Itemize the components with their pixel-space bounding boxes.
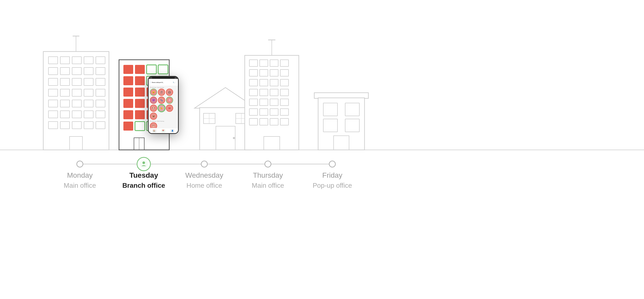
phone-mockup: 9:41 ●●● ‹ Demo tailspot N... 🔍⋮ 25 aanw…: [148, 76, 179, 134]
svg-rect-68: [200, 108, 251, 150]
svg-rect-42: [135, 65, 145, 74]
day-monday-location: Main office: [64, 182, 96, 190]
avatar-1: 🐱: [150, 89, 157, 96]
svg-rect-46: [135, 76, 145, 85]
svg-rect-53: [123, 99, 133, 108]
timeline-dot-monday[interactable]: [77, 161, 83, 167]
svg-rect-58: [135, 110, 145, 119]
svg-marker-109: [314, 93, 368, 98]
day-tuesday-name: Tuesday: [122, 171, 165, 180]
avatar-9: 🎀: [166, 105, 173, 112]
svg-point-70: [233, 137, 235, 139]
avatar-7: 🐶: [150, 105, 157, 112]
svg-rect-3: [43, 52, 109, 150]
svg-point-118: [142, 161, 145, 164]
svg-rect-110: [318, 98, 365, 150]
phone-title: Demo tailspot N...: [152, 82, 172, 83]
phone-nav: 🏠 📅 👤: [149, 128, 178, 133]
building-main-left: [43, 36, 109, 150]
timeline-dot-wednesday[interactable]: [201, 161, 207, 167]
day-friday: Friday Pop-up office: [313, 171, 352, 190]
phone-section2-label: 25 aanwezige - Week Vandaag: [150, 121, 177, 122]
day-tuesday-location: Branch office: [122, 182, 165, 190]
phone-section1-label: 25 aanwezige - Ende Vandaag: [150, 87, 177, 88]
svg-rect-54: [135, 99, 145, 108]
day-friday-name: Friday: [313, 171, 352, 180]
nav-calendar[interactable]: 📅: [161, 129, 165, 132]
svg-rect-57: [123, 110, 133, 119]
building-popup: [314, 93, 368, 150]
timeline-dot-friday[interactable]: [329, 161, 335, 167]
svg-rect-50: [135, 88, 145, 97]
phone-header: ‹ Demo tailspot N... 🔍⋮: [149, 79, 178, 86]
svg-rect-45: [123, 76, 133, 85]
avatar-10: 🦋: [150, 113, 157, 120]
day-thursday-name: Thursday: [252, 171, 284, 180]
day-friday-location: Pop-up office: [313, 182, 352, 190]
day-wednesday-name: Wednesday: [185, 171, 223, 180]
svg-rect-61: [123, 122, 133, 131]
timeline-dot-thursday[interactable]: [265, 161, 271, 167]
day-thursday: Thursday Main office: [252, 171, 284, 190]
svg-rect-49: [123, 88, 133, 97]
day-monday: Monday Main office: [64, 171, 96, 190]
day-thursday-location: Main office: [252, 182, 284, 190]
nav-person[interactable]: 👤: [170, 129, 174, 132]
avatar-4: 💜: [150, 97, 157, 104]
day-wednesday: Wednesday Home office: [185, 171, 223, 190]
building-main-right: [245, 40, 299, 150]
day-wednesday-location: Home office: [185, 182, 223, 190]
phone-header-icons: 🔍⋮: [173, 82, 176, 83]
nav-home[interactable]: 🏠: [152, 129, 156, 132]
avatar-5: 🐾: [158, 97, 165, 104]
day-tuesday: Tuesday Branch office: [122, 171, 165, 190]
avatar-2: 🎵: [158, 89, 165, 96]
day-monday-name: Monday: [64, 171, 96, 180]
avatar-3: 🎧: [166, 89, 173, 96]
avatar-6: 🌸: [166, 97, 173, 104]
avatar-8: 🐈: [158, 105, 165, 112]
phone-screen: 9:41 ●●● ‹ Demo tailspot N... 🔍⋮ 25 aanw…: [149, 77, 178, 133]
svg-rect-41: [123, 65, 133, 74]
